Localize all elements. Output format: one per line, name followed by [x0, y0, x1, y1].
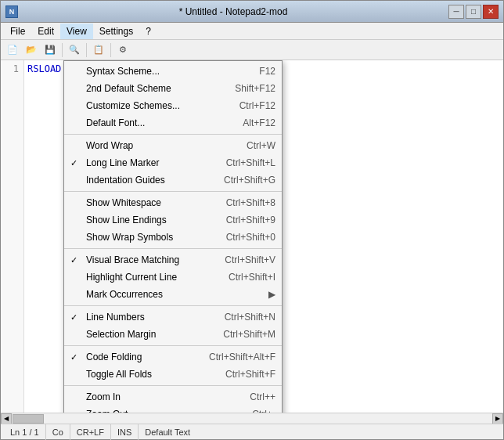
scroll-left-button[interactable]: ◀	[1, 413, 12, 424]
toolbar: 📄 📂 💾 🔍 📋 ⚙	[1, 40, 503, 60]
menu-item-label: Show Line Endings	[86, 215, 167, 225]
menu-item-indentation-guides[interactable]: Indentation GuidesCtrl+Shift+G	[64, 171, 282, 189]
menu-item-label: Default Font...	[86, 117, 145, 128]
shortcut-label: Ctrl+F12	[224, 100, 275, 111]
save-button[interactable]: 💾	[41, 41, 59, 59]
close-button[interactable]: ✕	[483, 5, 499, 19]
checkmark-icon: ✓	[70, 158, 77, 168]
menu-item-label: Mark Occurrences	[86, 289, 163, 300]
shortcut-label: Ctrl+Shift+L	[211, 157, 275, 168]
open-button[interactable]: 📂	[23, 41, 40, 59]
menu-item-default-font[interactable]: Default Font...Alt+F12	[64, 114, 282, 132]
menu-item-zoom-out[interactable]: Zoom OutCtrl+-	[64, 406, 282, 413]
submenu-arrow-icon: ▶	[268, 289, 275, 300]
status-line-ending: CR+LF	[70, 424, 111, 440]
menu-item-selection-margin[interactable]: Selection MarginCtrl+Shift+M	[64, 326, 282, 343]
shortcut-label: Ctrl+Shift+V	[209, 254, 275, 265]
menu-item-word-wrap[interactable]: Word WrapCtrl+W	[64, 137, 282, 154]
menu-item-long-line-marker[interactable]: ✓Long Line MarkerCtrl+Shift+L	[64, 154, 282, 171]
menu-item-show-line-endings[interactable]: Show Line EndingsCtrl+Shift+9	[64, 211, 282, 229]
menu-item-visual-brace-matching[interactable]: ✓Visual Brace MatchingCtrl+Shift+V	[64, 251, 282, 269]
menu-item-2nd-default-scheme[interactable]: 2nd Default SchemeShift+F12	[64, 80, 282, 97]
shortcut-label: Ctrl+Shift+9	[211, 215, 275, 225]
menu-item-zoom-in[interactable]: Zoom InCtrl++	[64, 388, 282, 406]
shortcut-label: Ctrl+W	[231, 140, 275, 151]
titlebar-buttons: ─ □ ✕	[448, 5, 499, 19]
menu-separator	[64, 385, 282, 386]
view-dropdown-menu: Syntax Scheme...F122nd Default SchemeShi…	[63, 60, 283, 413]
shortcut-label: Ctrl+Shift+G	[208, 175, 275, 186]
checkmark-icon: ✓	[70, 312, 77, 323]
menu-item-label: 2nd Default Scheme	[86, 83, 171, 94]
menu-item-label: Highlight Current Line	[86, 272, 177, 283]
maximize-button[interactable]: □	[466, 5, 481, 19]
menu-file[interactable]: File	[4, 23, 31, 39]
content-area: 1 RSLOAD.NET Syntax Scheme...F122nd Defa…	[1, 60, 503, 413]
shortcut-label: F12	[243, 66, 275, 77]
checkmark-icon: ✓	[70, 255, 77, 265]
menu-item-label: Customize Schemes...	[86, 100, 180, 111]
shortcut-label: Shift+F12	[219, 83, 275, 94]
shortcut-label: Ctrl+Shift+N	[209, 312, 275, 323]
menu-edit[interactable]: Edit	[31, 23, 60, 39]
scroll-track[interactable]	[12, 413, 492, 424]
status-col: Co	[46, 424, 70, 440]
shortcut-label: Alt+F12	[227, 117, 275, 128]
status-scheme: Default Text	[139, 424, 196, 440]
menu-separator	[64, 248, 282, 249]
menubar: File Edit View Settings ?	[1, 23, 503, 40]
statusbar: Ln 1 / 1 Co CR+LF INS Default Text	[1, 424, 503, 439]
menu-item-label: Selection Margin	[86, 329, 156, 340]
menu-item-code-folding[interactable]: ✓Code FoldingCtrl+Shift+Alt+F	[64, 348, 282, 366]
menu-view[interactable]: View	[60, 23, 93, 39]
menu-separator	[64, 345, 282, 346]
menu-item-syntax-scheme[interactable]: Syntax Scheme...F12	[64, 63, 282, 80]
menu-item-label: Syntax Scheme...	[86, 66, 160, 77]
zoom-button[interactable]: 🔍	[66, 41, 83, 59]
menu-item-show-whitespace[interactable]: Show WhitespaceCtrl+Shift+8	[64, 194, 282, 211]
menu-item-label: Long Line Marker	[86, 157, 159, 168]
extra-button-1[interactable]: 📋	[90, 41, 107, 59]
menu-item-highlight-current-line[interactable]: Highlight Current LineCtrl+Shift+I	[64, 269, 282, 286]
main-window: N * Untitled - Notepad2-mod ─ □ ✕ File E…	[0, 0, 504, 440]
shortcut-label: Ctrl+-	[236, 409, 275, 413]
menu-help[interactable]: ?	[139, 23, 157, 39]
menu-item-line-numbers[interactable]: ✓Line NumbersCtrl+Shift+N	[64, 308, 282, 326]
menu-item-label: Show Wrap Symbols	[86, 232, 173, 243]
menu-item-label: Zoom In	[86, 391, 121, 402]
menu-item-label: Code Folding	[86, 352, 142, 362]
toolbar-separator-3	[110, 43, 111, 57]
scroll-thumb[interactable]	[13, 414, 44, 424]
menu-item-show-wrap-symbols[interactable]: Show Wrap SymbolsCtrl+Shift+0	[64, 229, 282, 246]
dropdown-overlay[interactable]: Syntax Scheme...F122nd Default SchemeShi…	[1, 60, 503, 413]
shortcut-label: Ctrl+Shift+F	[210, 369, 275, 380]
shortcut-label: Ctrl+Shift+I	[213, 272, 275, 283]
shortcut-label: Ctrl+Shift+8	[211, 197, 275, 208]
checkmark-icon: ✓	[70, 352, 77, 362]
menu-item-customize-schemes[interactable]: Customize Schemes...Ctrl+F12	[64, 97, 282, 114]
menu-item-toggle-all-folds[interactable]: Toggle All FoldsCtrl+Shift+F	[64, 366, 282, 383]
minimize-button[interactable]: ─	[448, 5, 464, 19]
status-position: Ln 1 / 1	[4, 424, 46, 440]
horizontal-scrollbar[interactable]: ◀ ▶	[1, 413, 503, 424]
menu-item-label: Line Numbers	[86, 312, 145, 323]
new-button[interactable]: 📄	[4, 41, 21, 59]
window-title: * Untitled - Notepad2-mod	[18, 6, 448, 17]
toolbar-separator-2	[86, 43, 87, 57]
menu-separator	[64, 305, 282, 306]
shortcut-label: Ctrl+Shift+M	[207, 329, 275, 340]
titlebar: N * Untitled - Notepad2-mod ─ □ ✕	[1, 1, 503, 23]
scroll-right-button[interactable]: ▶	[492, 413, 503, 424]
menu-item-label: Zoom Out	[86, 409, 128, 413]
shortcut-label: Ctrl+Shift+Alt+F	[193, 352, 275, 362]
menu-settings[interactable]: Settings	[93, 23, 139, 39]
menu-item-label: Show Whitespace	[86, 197, 161, 208]
menu-item-label: Word Wrap	[86, 140, 133, 151]
menu-item-mark-occurrences[interactable]: Mark Occurrences▶	[64, 286, 282, 303]
toolbar-separator-1	[62, 43, 63, 57]
menu-item-label: Toggle All Folds	[86, 369, 152, 380]
status-ins: INS	[111, 424, 139, 440]
shortcut-label: Ctrl++	[234, 391, 275, 402]
shortcut-label: Ctrl+Shift+0	[211, 232, 275, 243]
extra-button-2[interactable]: ⚙	[114, 41, 131, 59]
